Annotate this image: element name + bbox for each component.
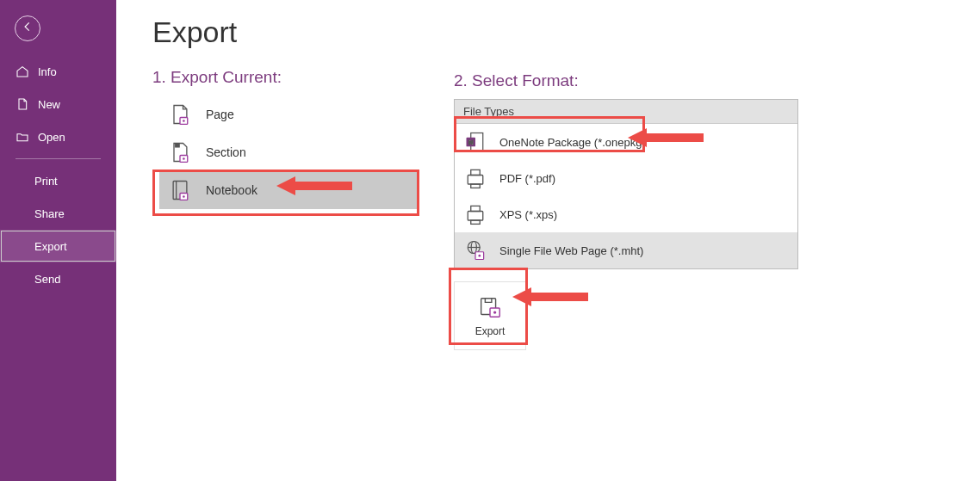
format-mht[interactable]: Single File Web Page (*.mht) — [455, 232, 797, 268]
export-button[interactable]: Export — [454, 281, 526, 350]
section-icon — [168, 140, 192, 164]
sidebar-item-send[interactable]: Send — [0, 262, 116, 295]
export-current-notebook[interactable]: Notebook — [159, 171, 419, 209]
svg-point-4 — [183, 157, 185, 160]
select-format-heading: 2. Select Format: — [454, 71, 798, 90]
format-xps[interactable]: XPS (*.xps) — [455, 196, 797, 232]
mht-icon — [463, 238, 487, 262]
sidebar-item-label: Print — [34, 175, 58, 188]
svg-rect-17 — [471, 220, 481, 224]
content-area: Export 1. Export Current: Page Section — [116, 0, 980, 481]
page-icon — [168, 102, 192, 126]
sidebar-item-share[interactable]: Share — [0, 197, 116, 230]
export-item-label: Page — [206, 108, 234, 121]
xps-icon — [463, 202, 487, 226]
format-pdf[interactable]: PDF (*.pdf) — [455, 160, 797, 196]
sidebar-item-label: Open — [38, 131, 65, 144]
sidebar-item-open[interactable]: Open — [0, 120, 116, 153]
format-label: Single File Web Page (*.mht) — [499, 244, 643, 257]
svg-rect-12 — [468, 176, 483, 185]
svg-rect-14 — [471, 184, 481, 188]
pdf-icon — [463, 166, 487, 190]
svg-text:N: N — [468, 139, 474, 146]
file-types-label: File Types — [455, 100, 797, 124]
svg-rect-16 — [471, 206, 481, 211]
svg-point-1 — [183, 120, 185, 122]
backstage-sidebar: Info New Open Print Share Export Send — [0, 0, 116, 481]
svg-rect-13 — [471, 170, 481, 175]
file-types-box: File Types N OneNote Package (*.onepkg) … — [454, 99, 798, 269]
format-onenote-package[interactable]: N OneNote Package (*.onepkg) — [455, 124, 797, 160]
svg-rect-15 — [468, 212, 483, 221]
sidebar-item-info[interactable]: Info — [0, 55, 116, 88]
export-current-column: 1. Export Current: Page Section — [152, 68, 419, 350]
export-current-page[interactable]: Page — [159, 96, 419, 133]
onenote-package-icon: N — [463, 130, 487, 154]
new-icon — [16, 97, 29, 111]
back-button[interactable] — [15, 15, 40, 41]
export-current-section[interactable]: Section — [159, 133, 419, 171]
sidebar-item-label: Export — [34, 240, 67, 253]
page-title: Export — [152, 15, 954, 49]
info-icon — [16, 65, 29, 78]
format-label: OneNote Package (*.onepkg) — [499, 136, 646, 149]
open-icon — [16, 130, 29, 144]
select-format-column: 2. Select Format: File Types N OneNote P… — [454, 71, 798, 350]
sidebar-item-export[interactable]: Export — [0, 230, 116, 262]
svg-point-25 — [493, 311, 496, 313]
svg-rect-2 — [176, 144, 179, 147]
sidebar-divider — [16, 158, 101, 159]
sidebar-item-label: New — [38, 98, 60, 111]
format-label: PDF (*.pdf) — [499, 172, 555, 185]
back-arrow-icon — [22, 21, 34, 36]
svg-point-22 — [479, 255, 481, 257]
sidebar-item-label: Send — [34, 273, 60, 286]
format-label: XPS (*.xps) — [499, 208, 557, 221]
svg-point-8 — [183, 195, 185, 198]
export-item-label: Notebook — [206, 183, 257, 197]
export-current-heading: 1. Export Current: — [152, 68, 419, 87]
sidebar-item-label: Share — [34, 207, 65, 220]
export-button-label: Export — [475, 325, 506, 337]
export-item-label: Section — [206, 145, 246, 159]
sidebar-item-new[interactable]: New — [0, 88, 116, 120]
notebook-icon — [168, 178, 192, 202]
sidebar-item-label: Info — [38, 65, 57, 78]
export-icon — [477, 294, 503, 320]
sidebar-item-print[interactable]: Print — [0, 164, 116, 197]
